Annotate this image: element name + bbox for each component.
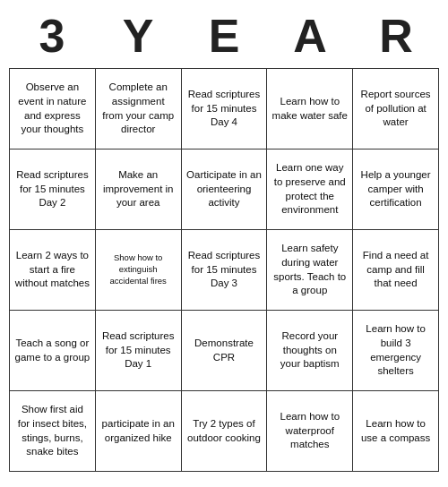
table-row: Learn how to waterproof matches <box>267 391 353 472</box>
table-row: Oarticipate in an orienteering activity <box>182 150 268 230</box>
table-row: Read scriptures for 15 minutes Day 2 <box>10 150 96 230</box>
table-row: Complete an assignment from your camp di… <box>96 69 182 150</box>
table-row: Show first aid for insect bites, stings,… <box>10 391 96 472</box>
table-row: Read scriptures for 15 minutes Day 4 <box>182 69 268 150</box>
table-row: Learn safety during water sports. Teach … <box>267 230 353 311</box>
table-row: Show how to extinguish accidental fires <box>96 230 182 311</box>
title-letter-3: 3 <box>12 9 92 63</box>
table-row: Find a need at camp and fill that need <box>353 230 439 311</box>
table-row: Report sources of pollution at water <box>353 69 439 150</box>
table-row: Try 2 types of outdoor cooking <box>182 391 268 472</box>
table-row: Teach a song or game to a group <box>10 311 96 391</box>
title-letter-r: R <box>356 9 436 63</box>
table-row: Learn how to build 3 emergency shelters <box>353 311 439 391</box>
table-row: Record your thoughts on your baptism <box>267 311 353 391</box>
table-row: Read scriptures for 15 minutes Day 3 <box>182 230 268 311</box>
table-row: Learn 2 ways to start a fire without mat… <box>10 230 96 311</box>
table-row: Learn one way to preserve and protect th… <box>267 150 353 230</box>
table-row: Read scriptures for 15 minutes Day 1 <box>96 311 182 391</box>
bingo-grid: Observe an event in nature and express y… <box>9 68 439 472</box>
bingo-card: 3 Y E A R Observe an event in nature and… <box>0 0 448 481</box>
table-row: Demonstrate CPR <box>182 311 268 391</box>
title-letter-y: Y <box>98 9 178 63</box>
title-row: 3 Y E A R <box>9 9 439 63</box>
title-letter-a: A <box>270 9 350 63</box>
table-row: Learn how to make water safe <box>267 69 353 150</box>
table-row: Observe an event in nature and express y… <box>10 69 96 150</box>
title-letter-e: E <box>184 9 264 63</box>
table-row: Make an improvement in your area <box>96 150 182 230</box>
table-row: Help a younger camper with certification <box>353 150 439 230</box>
table-row: Learn how to use a compass <box>353 391 439 472</box>
table-row: participate in an organized hike <box>96 391 182 472</box>
